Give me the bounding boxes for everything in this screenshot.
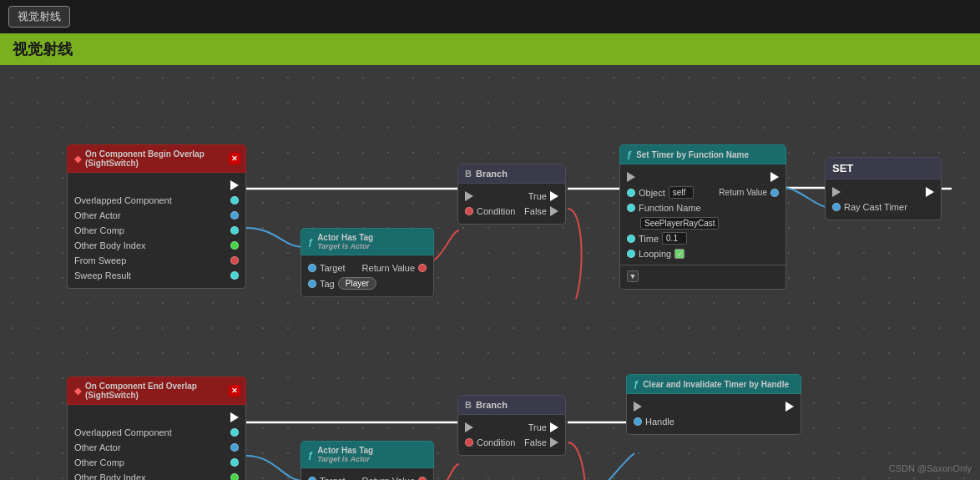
branch-2-exec-row: True <box>458 420 565 435</box>
actor-has-tag-1-body: Target Return Value Tag Player <box>301 255 434 297</box>
end-other-body-index-row: Other Body Index <box>68 470 245 480</box>
set-timer-exec-out-pin <box>770 172 779 182</box>
branch-icon-1: B <box>465 169 472 179</box>
set-timer-body: Object self Return Value Function Name S… <box>619 164 786 290</box>
end-exec-out-row <box>68 410 245 425</box>
end-overlapped-component-row: Overlapped Component <box>68 425 245 440</box>
sweep-result-row: Sweep Result <box>68 268 245 283</box>
actor-has-tag-2-target-pin <box>308 477 316 480</box>
header-bar: 视觉射线 <box>0 33 980 65</box>
set-timer-object-input[interactable]: self <box>669 186 694 199</box>
close-button-2[interactable]: ✕ <box>229 385 240 397</box>
clear-timer-exec-in-pin <box>634 402 642 412</box>
branch-2-true-pin <box>550 422 558 432</box>
set-raycast-timer-row: Ray Cast Timer <box>826 200 941 215</box>
exec-out-row <box>68 178 245 193</box>
branch-2-false-pin <box>550 437 558 447</box>
event-icon: ◆ <box>74 154 81 164</box>
actor-has-tag-1-tag-value[interactable]: Player <box>338 277 376 290</box>
branch-icon-2: B <box>465 400 472 410</box>
set-timer-icon: ƒ <box>627 149 632 159</box>
actor-has-tag-1-target-row: Target Return Value <box>301 260 433 275</box>
blueprint-canvas[interactable]: ◆ On Component Begin Overlap (SightSwitc… <box>0 65 980 480</box>
set-timer-exec-in-pin <box>627 172 635 182</box>
on-end-overlap-node: ◆ On Component End Overlap (SightSwitch)… <box>67 376 246 480</box>
set-timer-looping-row: Looping ✓ <box>620 246 786 261</box>
branch-1-condition-row: Condition False <box>458 204 565 219</box>
title-badge: 视觉射线 <box>8 6 70 28</box>
clear-timer-handle-row: Handle <box>627 414 801 429</box>
set-timer-funcname-pin <box>627 204 635 212</box>
branch-1-node: B Branch True Condition False <box>457 164 566 225</box>
clear-timer-exec-out-pin <box>786 402 794 412</box>
set-timer-exec-row <box>620 169 786 184</box>
set-exec-in-pin <box>832 187 841 197</box>
event-icon-2: ◆ <box>74 386 81 397</box>
end-exec-out-pin <box>230 412 239 422</box>
end-other-comp-row: Other Comp <box>68 455 245 470</box>
actor-has-tag-1-target-pin <box>308 264 316 272</box>
on-end-overlap-header: ◆ On Component End Overlap (SightSwitch)… <box>67 376 246 405</box>
actor-has-tag-1-return-pin <box>418 264 427 272</box>
from-sweep-pin <box>230 256 239 265</box>
set-raycast-timer-pin <box>832 203 841 211</box>
watermark: CSDN @SaxonOnly <box>889 463 972 473</box>
branch-1-false-pin <box>550 206 558 216</box>
set-timer-funcname-input-row: SeePlayerRayCast <box>620 215 786 230</box>
overlapped-component-pin <box>230 196 239 205</box>
branch-2-exec-in-pin <box>465 422 473 432</box>
sweep-result-pin <box>230 271 239 280</box>
on-end-overlap-body: Overlapped Component Other Actor Other C… <box>67 405 246 480</box>
branch-2-body: True Condition False <box>457 415 566 456</box>
set-node: SET Ray Cast Timer <box>825 157 942 220</box>
close-button[interactable]: ✕ <box>229 153 240 164</box>
set-timer-looping-checkbox[interactable]: ✓ <box>674 249 684 259</box>
on-begin-overlap-body: Overlapped Component Other Actor Other C… <box>67 173 246 289</box>
clear-timer-header: ƒ Clear and Invalidate Timer by Handle <box>626 374 801 394</box>
set-timer-funcname-row: Function Name <box>620 200 786 215</box>
other-body-index-pin <box>230 241 239 250</box>
end-other-body-index-pin <box>230 473 239 480</box>
branch-2-header: B Branch <box>457 395 566 415</box>
branch-2-node: B Branch True Condition False <box>457 395 566 456</box>
expand-button[interactable]: ▼ <box>627 270 639 282</box>
clear-timer-handle-pin <box>634 417 642 426</box>
on-begin-overlap-node: ◆ On Component Begin Overlap (SightSwitc… <box>67 144 246 289</box>
set-timer-object-row: Object self Return Value <box>620 184 786 200</box>
end-overlapped-component-pin <box>230 428 239 437</box>
set-title: SET <box>832 162 853 174</box>
actor-has-tag-2-return-pin <box>418 477 427 480</box>
set-body: Ray Cast Timer <box>825 179 942 220</box>
actor-has-tag-2-header: ƒ Actor Has Tag Target is Actor <box>301 441 434 468</box>
clear-timer-body: Handle <box>626 394 801 435</box>
set-timer-return-pin <box>770 189 779 197</box>
actor-has-tag-2-body: Target Return Value Tag Player <box>301 468 434 480</box>
set-timer-time-input[interactable]: 0.1 <box>662 232 687 245</box>
clear-timer-icon: ƒ <box>634 379 639 389</box>
actor-has-tag-2-target-row: Target Return Value <box>301 473 433 480</box>
on-begin-overlap-header: ◆ On Component Begin Overlap (SightSwitc… <box>67 144 246 173</box>
set-timer-expand-row: ▼ <box>620 269 786 284</box>
set-timer-object-pin <box>627 189 635 197</box>
page-title: 视觉射线 <box>13 39 73 59</box>
actor-has-tag-1-node: ƒ Actor Has Tag Target is Actor Target R… <box>301 228 434 297</box>
from-sweep-row: From Sweep <box>68 253 245 268</box>
set-timer-funcname-input[interactable]: SeePlayerRayCast <box>640 217 719 230</box>
other-comp-row: Other Comp <box>68 223 245 238</box>
set-timer-looping-pin <box>627 250 635 258</box>
actor-has-tag-1-tag-row: Tag Player <box>301 275 433 291</box>
branch-1-exec-row: True <box>458 189 565 204</box>
branch-1-exec-in-pin <box>465 191 473 201</box>
other-actor-pin <box>230 211 239 220</box>
set-timer-time-row: Time 0.1 <box>620 230 786 246</box>
end-other-comp-pin <box>230 458 239 467</box>
branch-1-body: True Condition False <box>457 184 566 225</box>
clear-timer-exec-row <box>627 399 801 414</box>
other-actor-row: Other Actor <box>68 208 245 223</box>
branch-2-condition-pin <box>465 438 473 447</box>
actor-has-tag-1-header: ƒ Actor Has Tag Target is Actor <box>301 228 434 255</box>
set-exec-row <box>826 184 941 200</box>
clear-timer-node: ƒ Clear and Invalidate Timer by Handle H… <box>626 374 801 435</box>
title-bar: 视觉射线 <box>0 0 980 33</box>
func-icon-1: ƒ <box>308 237 313 247</box>
